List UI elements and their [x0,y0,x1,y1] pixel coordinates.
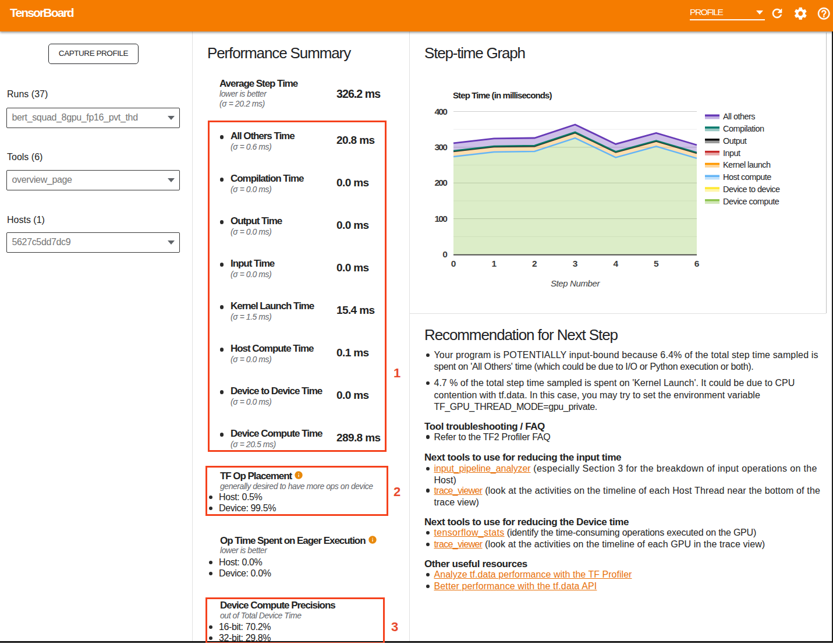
svg-text:All others: All others [723,112,755,121]
svg-text:1: 1 [491,259,497,268]
svg-text:Step Number: Step Number [551,278,600,288]
svg-text:Compilation: Compilation [723,124,764,133]
svg-text:0: 0 [451,259,456,268]
svg-text:Host compute: Host compute [723,172,771,182]
svg-text:5: 5 [654,259,659,268]
svg-text:Step Time (in milliseconds): Step Time (in milliseconds) [453,90,552,100]
svg-text:Input: Input [723,148,740,158]
svg-text:3: 3 [573,259,578,268]
svg-text:2: 2 [532,259,537,268]
svg-text:4: 4 [613,259,618,268]
svg-text:Output: Output [723,136,747,146]
svg-text:0: 0 [442,249,447,259]
svg-text:6: 6 [694,259,700,268]
svg-text:100: 100 [435,214,448,224]
svg-text:Kernel launch: Kernel launch [723,160,771,169]
svg-text:300: 300 [435,142,448,152]
svg-text:400: 400 [435,107,448,116]
svg-text:200: 200 [435,178,448,187]
svg-text:Device compute: Device compute [723,197,779,206]
svg-text:Device to device: Device to device [723,185,780,194]
